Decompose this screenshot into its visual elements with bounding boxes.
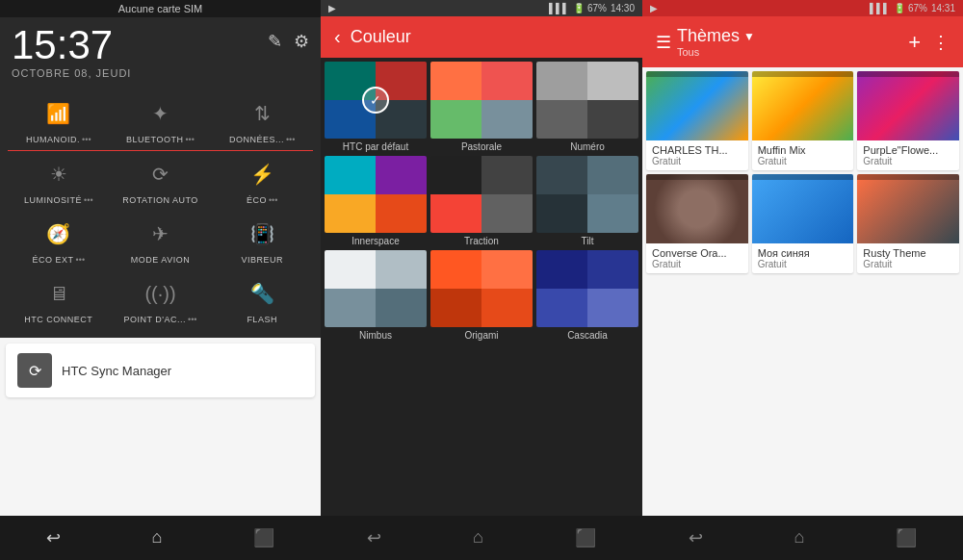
vibrate-icon-wrap: 📳 [243,215,281,253]
title-row: Thèmes ▼ [677,26,755,46]
p2-back-button[interactable]: ↩ [351,523,397,552]
toggle-htc-connect[interactable]: 🖥 HTC CONNECT [15,274,102,324]
toggle-data[interactable]: ⇅ DONNÉES... ••• [219,94,305,144]
theme-card-converse[interactable]: Converse Ora... Gratuit [646,174,748,273]
p3-recents-button[interactable]: ⬛ [880,523,932,552]
add-icon[interactable]: + [908,30,921,55]
battery-icon: 🔋 67% [573,3,607,13]
rotation-icon: ⟳ [152,163,169,186]
swatch-cell [325,194,376,233]
theme-origami[interactable]: Origami [430,250,533,341]
notif-app-icon: ⟳ [17,353,52,388]
theme-card-charles[interactable]: CHARLES TH... Gratuit [646,71,748,170]
vibrate-label-row: VIBREUR [241,255,283,265]
swatch-cell [376,250,427,289]
innerspace-theme-name: Innerspace [351,236,399,246]
moya-info: Моя синяя Gratuit [752,243,854,273]
panel2-header: ‹ Couleur [321,16,642,58]
swatch-cell [587,250,638,289]
toggle-brightness[interactable]: ☀ LUMINOSITÉ ••• [15,155,102,205]
toggle-eco-ext[interactable]: 🧭 ÉCO EXT ••• [15,215,102,265]
theme-nimbus[interactable]: Nimbus [325,250,427,341]
swatch-cell [482,156,533,194]
vibrate-label: VIBREUR [241,255,283,265]
eco-ext-dots: ••• [76,255,85,265]
toggle-row-4: 🖥 HTC CONNECT ((·)) POINT D'AC... ••• 🔦 [0,270,321,328]
airplane-icon: ✈ [152,222,169,245]
data-label: DONNÉES... [229,135,284,144]
theme-innerspace[interactable]: Innerspace [325,156,427,246]
p3-back-button[interactable]: ↩ [673,523,718,552]
swatch-cell [430,100,482,139]
notif-card[interactable]: ⟳ HTC Sync Manager [6,344,315,397]
themes-title: Thèmes [677,26,740,46]
purple-info: PurpLe"Flowe... Gratuit [857,140,959,170]
swatch-numero [536,62,638,139]
rotation-icon-wrap: ⟳ [141,155,179,193]
panel2-title: Couleur [351,27,411,47]
recents-button[interactable]: ⬛ [238,523,290,552]
swatch-cell [587,62,638,100]
hotspot-dots: ••• [188,315,196,324]
theme-card-purple[interactable]: PurpLe"Flowe... Gratuit [857,71,959,170]
toggle-rotation[interactable]: ⟳ ROTATION AUTO [117,155,203,205]
time-date-block: 15:37 OCTOBRE 08, JEUDI [12,25,131,79]
p3-home-button[interactable]: ⌂ [779,523,820,552]
swatch-cell [430,250,482,289]
theme-pastorale[interactable]: Pastorale [430,62,533,152]
toggle-airplane[interactable]: ✈ MODE AVION [117,215,203,265]
clock-display: 14:30 [611,3,635,13]
theme-card-moya[interactable]: Моя синяя Gratuit [752,174,854,273]
bright-dots: ••• [84,195,92,205]
p3-signal-icon: ▌▌▌ [870,3,890,13]
p2-recents-button[interactable]: ⬛ [560,523,612,552]
quick-toggles: 📶 Humanoid. ••• ✦ BLUETOOTH ••• ⇅ [0,83,321,338]
theme-htc-default[interactable]: ✓ HTC par défaut [325,62,427,152]
swatch-cell [587,156,638,194]
more-options-icon[interactable]: ⋮ [932,32,950,53]
hotspot-icon-wrap: ((·)) [141,274,179,313]
rusty-name: Rusty Theme [863,247,953,259]
settings-icon[interactable]: ⚙ [294,31,309,52]
traction-theme-name: Traction [464,236,499,246]
converse-preview [646,174,748,243]
theme-tilt[interactable]: Tilt [536,156,638,246]
theme-card-rusty[interactable]: Rusty Theme Gratuit [857,174,959,273]
charles-name: CHARLES TH... [652,144,742,156]
toggle-bluetooth[interactable]: ✦ BLUETOOTH ••• [117,94,203,144]
charles-info: CHARLES TH... Gratuit [646,140,748,170]
back-arrow-icon[interactable]: ‹ [334,26,341,48]
toggle-vibrate[interactable]: 📳 VIBREUR [219,215,305,265]
swatch-cell [482,62,533,100]
back-button[interactable]: ↩ [31,523,76,552]
moya-name: Моя синяя [758,247,848,259]
toggle-eco[interactable]: ⚡ ÉCO ••• [219,155,305,205]
htc-theme-name: HTC par défaut [343,141,408,152]
toggle-wifi[interactable]: 📶 Humanoid. ••• [15,94,102,144]
vibrate-icon: 📳 [250,222,274,245]
panel2-navbar: ↩ ⌂ ⬛ [321,516,642,560]
swatch-htc: ✓ [325,62,427,139]
flash-label-row: FLASH [247,315,277,324]
wifi-icon: 📶 [46,102,70,125]
swatch-cell [536,62,587,100]
edit-icon[interactable]: ✎ [268,31,282,52]
hamburger-icon[interactable]: ☰ [656,32,671,53]
mini-status [646,71,748,77]
mini-status [752,71,854,77]
flash-label: FLASH [247,315,277,324]
bt-label-row: BLUETOOTH ••• [126,135,195,144]
swatch-cell [482,100,533,139]
bluetooth-icon-wrap: ✦ [141,94,179,133]
dropdown-arrow-icon[interactable]: ▼ [743,30,755,43]
toggle-flash[interactable]: 🔦 FLASH [219,274,305,324]
purple-preview [857,71,959,140]
home-button[interactable]: ⌂ [137,523,178,552]
theme-traction[interactable]: Traction [430,156,533,246]
swatch-cell [430,194,482,233]
theme-card-muffin[interactable]: Muffin Mix Gratuit [752,71,854,170]
theme-cascadia[interactable]: Cascadia [536,250,638,341]
theme-numero[interactable]: Numéro [536,62,638,152]
toggle-hotspot[interactable]: ((·)) POINT D'AC... ••• [117,274,203,324]
p2-home-button[interactable]: ⌂ [457,523,499,552]
